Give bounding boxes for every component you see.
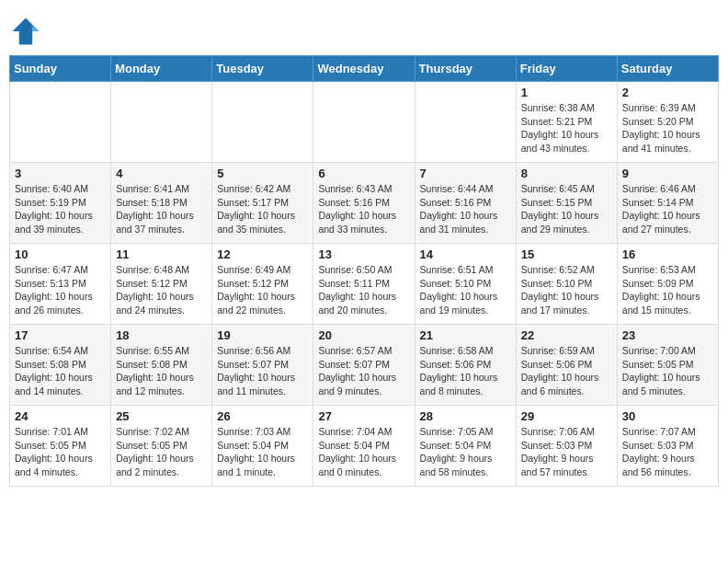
calendar-cell [111, 82, 212, 163]
calendar-cell: 3Sunrise: 6:40 AM Sunset: 5:19 PM Daylig… [10, 163, 111, 244]
calendar-cell [415, 82, 516, 163]
calendar-cell: 22Sunrise: 6:59 AM Sunset: 5:06 PM Dayli… [516, 325, 617, 406]
day-number: 24 [15, 409, 106, 423]
day-info: Sunrise: 7:05 AM Sunset: 5:04 PM Dayligh… [420, 425, 511, 479]
calendar-cell: 25Sunrise: 7:02 AM Sunset: 5:05 PM Dayli… [111, 406, 212, 487]
day-info: Sunrise: 6:53 AM Sunset: 5:09 PM Dayligh… [622, 263, 713, 317]
calendar-week-row: 24Sunrise: 7:01 AM Sunset: 5:05 PM Dayli… [10, 406, 719, 487]
logo-icon [9, 15, 42, 48]
day-number: 30 [622, 409, 713, 423]
calendar-cell: 5Sunrise: 6:42 AM Sunset: 5:17 PM Daylig… [212, 163, 313, 244]
calendar-week-row: 3Sunrise: 6:40 AM Sunset: 5:19 PM Daylig… [10, 163, 719, 244]
day-number: 20 [318, 328, 409, 342]
day-number: 26 [217, 409, 308, 423]
day-info: Sunrise: 6:55 AM Sunset: 5:08 PM Dayligh… [116, 344, 207, 398]
day-number: 29 [521, 409, 612, 423]
day-number: 10 [15, 247, 106, 261]
day-number: 22 [521, 328, 612, 342]
day-info: Sunrise: 7:04 AM Sunset: 5:04 PM Dayligh… [318, 425, 409, 479]
day-info: Sunrise: 6:57 AM Sunset: 5:07 PM Dayligh… [318, 344, 409, 398]
calendar-cell [313, 82, 415, 163]
calendar-cell: 17Sunrise: 6:54 AM Sunset: 5:08 PM Dayli… [10, 325, 111, 406]
day-info: Sunrise: 6:42 AM Sunset: 5:17 PM Dayligh… [217, 182, 308, 236]
calendar-cell: 2Sunrise: 6:39 AM Sunset: 5:20 PM Daylig… [617, 82, 718, 163]
day-info: Sunrise: 6:59 AM Sunset: 5:06 PM Dayligh… [521, 344, 612, 398]
day-info: Sunrise: 7:00 AM Sunset: 5:05 PM Dayligh… [622, 344, 713, 398]
calendar-cell: 28Sunrise: 7:05 AM Sunset: 5:04 PM Dayli… [415, 406, 516, 487]
day-info: Sunrise: 7:06 AM Sunset: 5:03 PM Dayligh… [521, 425, 612, 479]
day-info: Sunrise: 6:39 AM Sunset: 5:20 PM Dayligh… [622, 101, 713, 155]
calendar-cell: 26Sunrise: 7:03 AM Sunset: 5:04 PM Dayli… [212, 406, 313, 487]
day-number: 4 [116, 167, 207, 180]
calendar-header-row: SundayMondayTuesdayWednesdayThursdayFrid… [10, 56, 719, 82]
day-info: Sunrise: 6:41 AM Sunset: 5:18 PM Dayligh… [116, 182, 207, 236]
day-number: 25 [116, 409, 207, 423]
calendar-cell [10, 82, 111, 163]
day-number: 19 [217, 328, 308, 342]
day-number: 27 [318, 409, 409, 423]
calendar-cell: 15Sunrise: 6:52 AM Sunset: 5:10 PM Dayli… [516, 244, 617, 325]
day-info: Sunrise: 6:54 AM Sunset: 5:08 PM Dayligh… [15, 344, 106, 398]
calendar-cell: 7Sunrise: 6:44 AM Sunset: 5:16 PM Daylig… [415, 163, 516, 244]
day-number: 5 [217, 167, 308, 180]
calendar-table: SundayMondayTuesdayWednesdayThursdayFrid… [9, 55, 719, 487]
day-number: 6 [318, 167, 409, 180]
day-info: Sunrise: 6:49 AM Sunset: 5:12 PM Dayligh… [217, 263, 308, 317]
calendar-cell [212, 82, 313, 163]
day-number: 11 [116, 247, 207, 261]
day-info: Sunrise: 6:45 AM Sunset: 5:15 PM Dayligh… [521, 182, 612, 236]
column-header-friday: Friday [516, 56, 617, 82]
day-number: 23 [622, 328, 713, 342]
calendar-cell: 13Sunrise: 6:50 AM Sunset: 5:11 PM Dayli… [313, 244, 415, 325]
column-header-tuesday: Tuesday [212, 56, 313, 82]
day-info: Sunrise: 6:47 AM Sunset: 5:13 PM Dayligh… [15, 263, 106, 317]
calendar-cell: 24Sunrise: 7:01 AM Sunset: 5:05 PM Dayli… [10, 406, 111, 487]
calendar-week-row: 17Sunrise: 6:54 AM Sunset: 5:08 PM Dayli… [10, 325, 719, 406]
column-header-monday: Monday [111, 56, 212, 82]
day-info: Sunrise: 6:44 AM Sunset: 5:16 PM Dayligh… [420, 182, 511, 236]
calendar-cell: 9Sunrise: 6:46 AM Sunset: 5:14 PM Daylig… [617, 163, 718, 244]
day-number: 8 [521, 167, 612, 180]
day-number: 12 [217, 247, 308, 261]
calendar-cell: 30Sunrise: 7:07 AM Sunset: 5:03 PM Dayli… [617, 406, 718, 487]
day-info: Sunrise: 7:02 AM Sunset: 5:05 PM Dayligh… [116, 425, 207, 479]
calendar-cell: 1Sunrise: 6:38 AM Sunset: 5:21 PM Daylig… [516, 82, 617, 163]
day-info: Sunrise: 6:40 AM Sunset: 5:19 PM Dayligh… [15, 182, 106, 236]
calendar-cell: 4Sunrise: 6:41 AM Sunset: 5:18 PM Daylig… [111, 163, 212, 244]
calendar-cell: 19Sunrise: 6:56 AM Sunset: 5:07 PM Dayli… [212, 325, 313, 406]
day-info: Sunrise: 6:50 AM Sunset: 5:11 PM Dayligh… [318, 263, 409, 317]
day-number: 9 [622, 167, 713, 180]
day-info: Sunrise: 7:03 AM Sunset: 5:04 PM Dayligh… [217, 425, 308, 479]
calendar-cell: 23Sunrise: 7:00 AM Sunset: 5:05 PM Dayli… [617, 325, 718, 406]
column-header-saturday: Saturday [617, 56, 718, 82]
day-number: 2 [622, 86, 713, 99]
calendar-cell: 18Sunrise: 6:55 AM Sunset: 5:08 PM Dayli… [111, 325, 212, 406]
day-number: 21 [420, 328, 511, 342]
day-number: 13 [318, 247, 409, 261]
svg-marker-1 [32, 25, 39, 31]
day-info: Sunrise: 6:52 AM Sunset: 5:10 PM Dayligh… [521, 263, 612, 317]
calendar-cell: 11Sunrise: 6:48 AM Sunset: 5:12 PM Dayli… [111, 244, 212, 325]
day-number: 14 [420, 247, 511, 261]
day-number: 17 [15, 328, 106, 342]
calendar-cell: 21Sunrise: 6:58 AM Sunset: 5:06 PM Dayli… [415, 325, 516, 406]
day-info: Sunrise: 7:01 AM Sunset: 5:05 PM Dayligh… [15, 425, 106, 479]
day-number: 3 [15, 167, 106, 180]
day-number: 28 [420, 409, 511, 423]
day-info: Sunrise: 6:38 AM Sunset: 5:21 PM Dayligh… [521, 101, 612, 155]
calendar-week-row: 10Sunrise: 6:47 AM Sunset: 5:13 PM Dayli… [10, 244, 719, 325]
calendar-cell: 27Sunrise: 7:04 AM Sunset: 5:04 PM Dayli… [313, 406, 415, 487]
column-header-sunday: Sunday [10, 56, 111, 82]
day-number: 7 [420, 167, 511, 180]
day-info: Sunrise: 6:51 AM Sunset: 5:10 PM Dayligh… [420, 263, 511, 317]
calendar-cell: 20Sunrise: 6:57 AM Sunset: 5:07 PM Dayli… [313, 325, 415, 406]
calendar-cell: 6Sunrise: 6:43 AM Sunset: 5:16 PM Daylig… [313, 163, 415, 244]
day-info: Sunrise: 7:07 AM Sunset: 5:03 PM Dayligh… [622, 425, 713, 479]
column-header-thursday: Thursday [415, 56, 516, 82]
calendar-week-row: 1Sunrise: 6:38 AM Sunset: 5:21 PM Daylig… [10, 82, 719, 163]
calendar-cell: 14Sunrise: 6:51 AM Sunset: 5:10 PM Dayli… [415, 244, 516, 325]
day-number: 1 [521, 86, 612, 99]
day-info: Sunrise: 6:56 AM Sunset: 5:07 PM Dayligh… [217, 344, 308, 398]
day-number: 15 [521, 247, 612, 261]
day-number: 16 [622, 247, 713, 261]
